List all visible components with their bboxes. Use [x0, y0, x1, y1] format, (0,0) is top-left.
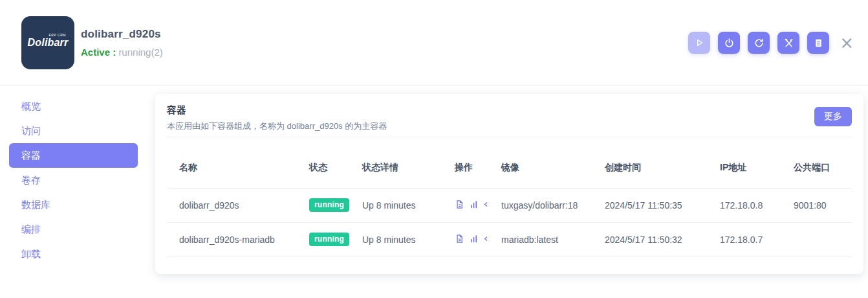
sidebar-item-access[interactable]: 访问: [9, 119, 138, 143]
col-header-image: 镜像: [489, 148, 592, 188]
restart-button[interactable]: [748, 32, 770, 54]
cell-ip: 172.18.0.8: [708, 188, 781, 222]
close-icon[interactable]: ×: [840, 34, 854, 51]
table-row: dolibarr_d920s running Up 8 minutes tuxg…: [167, 188, 852, 222]
code-icon[interactable]: [483, 200, 489, 209]
status-separator: :: [110, 47, 118, 58]
more-button[interactable]: 更多: [814, 107, 852, 126]
play-icon: [694, 38, 704, 48]
app-header: Dolibarr ERP CRM dolibarr_d920s Active :…: [0, 0, 868, 86]
status-value: running(2): [118, 47, 162, 58]
cell-image: tuxgasy/dolibarr:18: [489, 188, 592, 222]
file-text-icon[interactable]: [455, 234, 464, 244]
table-header-row: 名称 状态 状态详情 操作 镜像 创建时间 IP地址 公共端口: [167, 148, 852, 188]
col-header-actions: 操作: [442, 148, 489, 188]
col-header-ip: IP地址: [708, 148, 781, 188]
col-header-created: 创建时间: [592, 148, 708, 188]
cell-ip: 172.18.0.7: [708, 222, 781, 257]
row-actions: [455, 200, 489, 209]
row-actions: [455, 234, 489, 244]
cell-status-detail: Up 8 minutes: [350, 222, 442, 257]
tools-icon: [783, 38, 794, 49]
file-text-icon[interactable]: [455, 200, 464, 209]
app-logo: Dolibarr ERP CRM: [21, 16, 74, 69]
status-badge: running: [309, 198, 349, 212]
sidebar-item-containers[interactable]: 容器: [9, 143, 138, 168]
sidebar-item-volumes[interactable]: 卷存: [9, 168, 138, 192]
containers-table: 名称 状态 状态详情 操作 镜像 创建时间 IP地址 公共端口 dolibarr…: [167, 148, 852, 257]
status-line: Active : running(2): [81, 47, 163, 58]
sidebar: 概览 访问 容器 卷存 数据库 编排 卸载: [0, 86, 155, 298]
code-icon[interactable]: [483, 234, 489, 244]
status-label: Active: [81, 47, 110, 58]
sidebar-item-overview[interactable]: 概览: [9, 94, 138, 119]
header-action-buttons: [688, 32, 829, 54]
cell-image: mariadb:latest: [489, 222, 592, 257]
restart-icon: [754, 38, 765, 49]
cell-name: dolibarr_d920s: [167, 188, 297, 222]
page-title: dolibarr_d920s: [81, 28, 163, 41]
card-subtitle: 本应用由如下容器组成，名称为 dolibarr_d920s 的为主容器: [167, 120, 387, 132]
logo-text: Dolibarr: [28, 37, 69, 49]
logo-subtext: ERP CRM: [49, 33, 66, 37]
col-header-status-detail: 状态详情: [350, 148, 442, 188]
col-header-status: 状态: [297, 148, 350, 188]
document-icon: [813, 38, 824, 49]
card-title: 容器: [167, 104, 387, 117]
cell-name: dolibarr_d920s-mariadb: [167, 222, 297, 257]
main-area: 容器 本应用由如下容器组成，名称为 dolibarr_d920s 的为主容器 更…: [155, 86, 868, 298]
table-row: dolibarr_d920s-mariadb running Up 8 minu…: [167, 222, 852, 257]
cell-port: 9001:80: [781, 188, 852, 222]
sidebar-item-compose[interactable]: 编排: [9, 217, 138, 242]
sidebar-item-database[interactable]: 数据库: [9, 192, 138, 217]
cell-status-detail: Up 8 minutes: [350, 188, 442, 222]
bar-chart-icon[interactable]: [469, 200, 479, 209]
col-header-port: 公共端口: [781, 148, 852, 188]
cell-created: 2024/5/17 11:50:32: [592, 222, 708, 257]
cell-created: 2024/5/17 11:50:35: [592, 188, 708, 222]
stop-button[interactable]: [718, 32, 740, 54]
col-header-name: 名称: [167, 148, 297, 188]
card-header: 容器 本应用由如下容器组成，名称为 dolibarr_d920s 的为主容器 更…: [167, 104, 852, 137]
power-icon: [724, 38, 735, 49]
sidebar-item-uninstall[interactable]: 卸载: [9, 242, 138, 266]
status-badge: running: [309, 233, 349, 246]
logs-button[interactable]: [807, 32, 829, 54]
bar-chart-icon[interactable]: [469, 234, 479, 244]
containers-card: 容器 本应用由如下容器组成，名称为 dolibarr_d920s 的为主容器 更…: [155, 94, 863, 274]
title-block: dolibarr_d920s Active : running(2): [81, 28, 163, 58]
tools-button[interactable]: [777, 32, 799, 54]
cell-port: [781, 222, 852, 257]
start-button[interactable]: [688, 32, 710, 54]
